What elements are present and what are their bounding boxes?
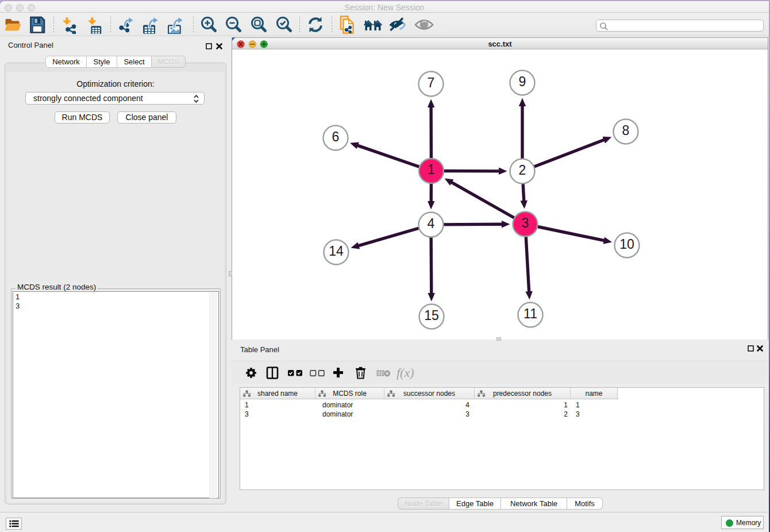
svg-text:3: 3	[522, 215, 529, 230]
svg-text:8: 8	[622, 123, 630, 138]
svg-text:7: 7	[428, 75, 435, 90]
svg-text:2: 2	[519, 163, 526, 178]
svg-text:10: 10	[619, 237, 634, 252]
svg-text:4: 4	[428, 216, 435, 231]
svg-text:1: 1	[428, 162, 435, 177]
svg-text:11: 11	[523, 306, 537, 321]
svg-text:15: 15	[424, 308, 439, 323]
svg-text:14: 14	[329, 244, 344, 259]
svg-text:6: 6	[332, 129, 340, 144]
svg-text:9: 9	[519, 74, 526, 89]
